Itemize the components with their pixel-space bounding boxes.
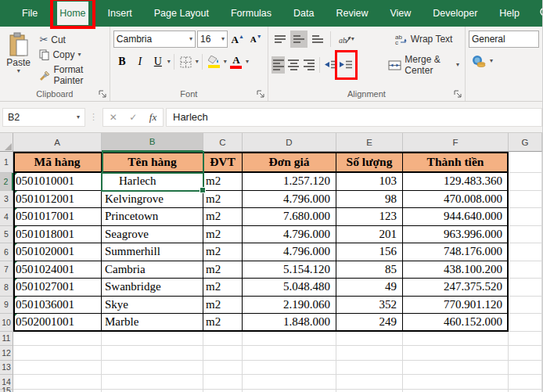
formula-input[interactable]: Harlech	[166, 108, 542, 127]
underline-caret-icon[interactable]: ▾	[167, 59, 171, 65]
cell-G15[interactable]	[509, 390, 542, 392]
column-header-A[interactable]: A	[13, 133, 102, 152]
cell-G12[interactable]	[509, 346, 542, 361]
row-header-1[interactable]: 1	[0, 152, 13, 173]
cell-G2[interactable]	[509, 173, 542, 191]
row-header-3[interactable]: 3	[0, 191, 13, 209]
tab-page-layout[interactable]: Page Layout	[152, 2, 211, 25]
cell-B8[interactable]: Swanbridge	[102, 279, 203, 297]
borders-caret-icon[interactable]: ▾	[196, 59, 199, 65]
cell-G7[interactable]	[509, 261, 542, 279]
cell-A3[interactable]: 0501012001	[13, 191, 102, 209]
cell-A2[interactable]: 0501010001	[13, 173, 102, 191]
cell-F7[interactable]: 438.100.200	[403, 261, 509, 279]
align-left-button[interactable]	[272, 56, 286, 74]
cell-C5[interactable]: m2	[203, 226, 243, 244]
cell-E11[interactable]	[336, 332, 403, 347]
increase-indent-button[interactable]	[340, 56, 354, 74]
cell-G4[interactable]	[509, 208, 542, 226]
cell-C6[interactable]: m2	[203, 243, 243, 261]
row-header-10[interactable]: 10	[0, 314, 13, 332]
cell-E3[interactable]: 98	[336, 191, 403, 209]
bold-button[interactable]: B	[113, 53, 131, 70]
cell-E2[interactable]: 103	[336, 173, 403, 191]
cell-F9[interactable]: 770.901.120	[403, 297, 509, 315]
paste-button[interactable]: Paste ▾	[3, 31, 34, 87]
cell-B2[interactable]: Harlech	[102, 173, 203, 191]
cell-G14[interactable]	[509, 375, 542, 390]
cell-A1[interactable]: Mã hàng	[13, 152, 102, 173]
cell-F2[interactable]: 129.483.360	[403, 173, 509, 191]
cut-button[interactable]: ✂ Cut	[37, 33, 106, 46]
cell-B10[interactable]: Marble	[102, 314, 203, 332]
font-color-caret-icon[interactable]: ▾	[246, 59, 249, 65]
cell-E8[interactable]: 49	[336, 279, 403, 297]
tab-file[interactable]: File	[20, 2, 40, 25]
column-header-F[interactable]: F	[403, 133, 509, 152]
cell-B15[interactable]	[102, 390, 203, 392]
cell-D13[interactable]	[243, 361, 336, 376]
cell-E5[interactable]: 201	[336, 226, 403, 244]
cell-B1[interactable]: Tên hàng	[102, 152, 203, 173]
cell-G10[interactable]	[509, 314, 542, 332]
cancel-icon[interactable]: ✕	[110, 112, 117, 123]
cell-F1[interactable]: Thành tiền	[403, 152, 509, 173]
tab-formulas[interactable]: Formulas	[228, 2, 274, 25]
merge-center-button[interactable]: Merge & Center ▾	[386, 53, 462, 77]
cell-C1[interactable]: ĐVT	[203, 152, 243, 173]
cell-B5[interactable]: Seagrove	[102, 226, 203, 244]
cell-C9[interactable]: m2	[203, 297, 243, 315]
cell-C11[interactable]	[203, 332, 243, 347]
cell-D2[interactable]: 1.257.120	[243, 173, 336, 191]
tab-data[interactable]: Data	[291, 2, 316, 25]
row-header-5[interactable]: 5	[0, 226, 13, 244]
cell-G1[interactable]	[509, 152, 542, 173]
format-painter-button[interactable]: Format Painter	[37, 63, 106, 87]
cell-B13[interactable]	[102, 361, 203, 376]
column-header-G[interactable]: G	[509, 133, 542, 152]
cell-F14[interactable]	[403, 375, 509, 390]
tab-home[interactable]: Home	[57, 2, 88, 25]
underline-button[interactable]: U	[149, 53, 167, 70]
alignment-dialog-launcher-icon[interactable]	[454, 90, 462, 98]
cell-A14[interactable]	[13, 375, 102, 390]
tab-help[interactable]: Help	[497, 2, 522, 25]
enter-icon[interactable]: ✓	[129, 112, 137, 123]
cell-F10[interactable]: 460.152.000	[403, 314, 509, 332]
cell-D3[interactable]: 4.796.000	[243, 191, 336, 209]
cell-A5[interactable]: 0501018001	[13, 226, 102, 244]
cell-D10[interactable]: 1.848.000	[243, 314, 336, 332]
cell-A8[interactable]: 0501027001	[13, 279, 102, 297]
cell-E7[interactable]: 85	[336, 261, 403, 279]
column-header-C[interactable]: C	[203, 133, 243, 152]
cell-F5[interactable]: 963.996.000	[403, 226, 509, 244]
cell-C14[interactable]	[203, 375, 243, 390]
fill-color-button[interactable]	[206, 53, 223, 70]
cell-C10[interactable]: m2	[203, 314, 243, 332]
cell-G5[interactable]	[509, 226, 542, 244]
cell-D14[interactable]	[243, 375, 336, 390]
cell-D7[interactable]: 5.154.120	[243, 261, 336, 279]
tab-review[interactable]: Review	[333, 2, 370, 25]
align-right-button[interactable]	[302, 56, 316, 74]
cell-D15[interactable]	[243, 390, 336, 392]
cell-D1[interactable]: Đơn giá	[243, 152, 336, 173]
decrease-font-size-button[interactable]: A ▼	[247, 31, 264, 48]
wrap-text-button[interactable]: ab c Wrap Text	[393, 33, 455, 45]
cell-C15[interactable]	[203, 390, 243, 392]
cell-F3[interactable]: 470.008.000	[403, 191, 509, 209]
cell-A7[interactable]: 0501024001	[13, 261, 102, 279]
column-header-B[interactable]: B	[102, 133, 203, 152]
insert-function-icon[interactable]: fx	[149, 111, 156, 124]
cell-A6[interactable]: 0501020001	[13, 243, 102, 261]
accounting-format-button[interactable]: ▾	[469, 54, 539, 68]
cell-E15[interactable]	[336, 390, 403, 392]
cell-C3[interactable]: m2	[203, 191, 243, 209]
cell-A12[interactable]	[13, 346, 102, 361]
row-header-15[interactable]: 15	[0, 390, 13, 392]
cell-E9[interactable]: 352	[336, 297, 403, 315]
row-header-7[interactable]: 7	[0, 261, 13, 279]
number-format-combobox[interactable]: General	[469, 31, 539, 48]
orientation-button[interactable]: ab ▾	[335, 31, 358, 48]
row-header-9[interactable]: 9	[0, 297, 13, 315]
